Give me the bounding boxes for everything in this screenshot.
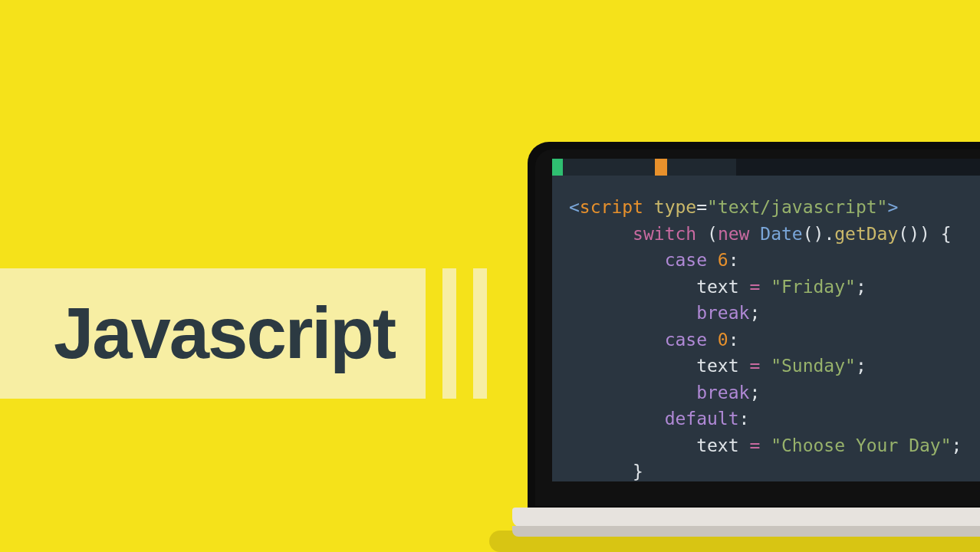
code-token: =: [696, 197, 707, 217]
code-token: =: [749, 435, 760, 455]
code-token: 6: [707, 250, 728, 270]
code-token: 0: [707, 330, 728, 350]
tab-accent-green: [552, 159, 563, 176]
laptop-illustration: <script type="text/javascript"> switch (…: [512, 142, 980, 537]
editor-tabstrip: [552, 159, 980, 176]
page-title: Javascript: [54, 292, 395, 375]
banner-gap: [456, 268, 473, 399]
code-token: }: [633, 462, 643, 481]
code-token: break: [696, 383, 749, 402]
laptop-foot: [512, 526, 980, 537]
code-token: new: [718, 224, 750, 244]
code-token: (: [696, 224, 718, 244]
tab-accent-orange: [655, 159, 667, 176]
code-token: :: [728, 250, 739, 270]
laptop-bezel: <script type="text/javascript"> switch (…: [528, 142, 980, 514]
code-token: ;: [856, 356, 867, 376]
code-token: ;: [856, 277, 867, 297]
code-token: getDay: [834, 224, 898, 244]
code-token: Date: [749, 224, 802, 244]
code-token: case: [665, 330, 707, 350]
banner-stripe-1: [442, 268, 456, 399]
code-token: case: [665, 250, 707, 270]
code-token: :: [739, 409, 750, 429]
code-token: >: [887, 197, 898, 217]
tab-gap: [667, 159, 736, 176]
laptop-base: [512, 508, 980, 527]
code-token: text: [696, 356, 749, 376]
laptop-screen: <script type="text/javascript"> switch (…: [552, 159, 980, 481]
title-banner-main: Javascript: [0, 268, 426, 399]
code-token: break: [696, 303, 749, 323]
code-snippet: <script type="text/javascript"> switch (…: [569, 194, 980, 481]
code-token: ()) {: [898, 224, 951, 244]
title-banner: Javascript: [0, 268, 487, 399]
banner-gap: [426, 268, 442, 399]
code-token: "Choose Your Day": [760, 435, 951, 455]
code-token: ;: [749, 383, 760, 402]
tab-gap: [563, 159, 655, 176]
code-token: ;: [952, 435, 962, 455]
code-token: ().: [803, 224, 835, 244]
code-token: script: [580, 197, 643, 217]
code-token: :: [728, 330, 739, 350]
code-token: "Friday": [760, 277, 856, 297]
code-token: type: [643, 197, 696, 217]
code-token: ;: [749, 303, 760, 323]
code-token: =: [749, 356, 760, 376]
code-token: =: [749, 277, 760, 297]
tab-inactive-area: [736, 159, 980, 176]
code-token: text: [696, 277, 749, 297]
code-token: "Sunday": [760, 356, 856, 376]
banner-stripe-2: [473, 268, 487, 399]
code-token: <: [569, 197, 580, 217]
code-token: text: [696, 435, 749, 455]
code-token: switch: [633, 224, 696, 244]
code-token: "text/javascript": [707, 197, 887, 217]
code-token: default: [665, 409, 739, 429]
